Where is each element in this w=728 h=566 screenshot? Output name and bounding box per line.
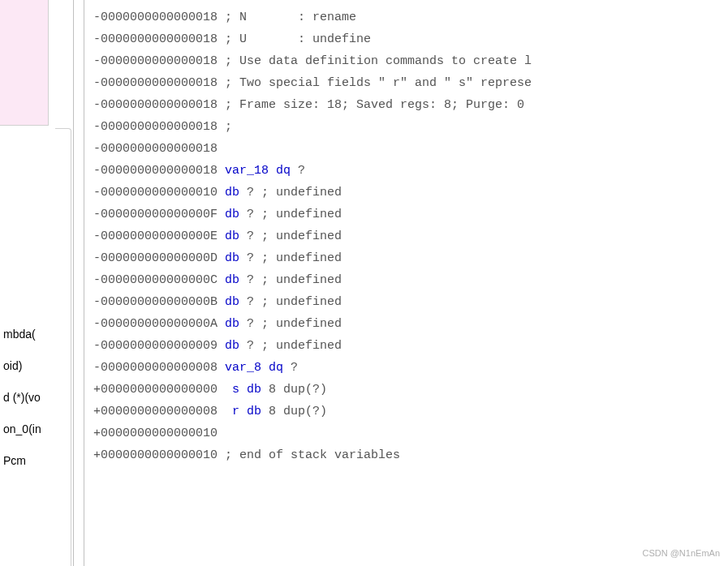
code-line[interactable]: -0000000000000018 ; Frame size: 18; Save… [93,94,728,116]
code-line[interactable]: +0000000000000010 [93,422,728,444]
code-line[interactable]: -0000000000000018 ; Use data definition … [93,50,728,72]
code-line[interactable]: -0000000000000018 ; N : rename [93,6,728,28]
func-item[interactable]: oid) [0,356,55,375]
disassembly-view[interactable]: -0000000000000018 ; N : rename-000000000… [93,6,728,466]
code-line[interactable]: -000000000000000A db ? ; undefined [93,313,728,335]
func-item[interactable]: mbda( [0,324,55,344]
code-line[interactable]: +0000000000000010 ; end of stack variabl… [93,444,728,466]
left-panel-highlight [0,0,49,126]
code-line[interactable]: -0000000000000010 db ? ; undefined [93,182,728,204]
code-line[interactable]: +0000000000000008 r db 8 dup(?) [93,401,728,422]
code-line[interactable]: -000000000000000C db ? ; undefined [93,269,728,291]
code-line[interactable]: -0000000000000018 var_18 dq ? [93,160,728,182]
code-line[interactable]: -0000000000000008 var_8 dq ? [93,357,728,379]
left-panel: mbda( oid) d (*)(vo on_0(in Pcm [0,0,55,566]
code-line[interactable]: -0000000000000018 ; U : undefine [93,28,728,50]
left-panel-border [55,128,71,566]
code-line[interactable]: -000000000000000E db ? ; undefined [93,225,728,247]
code-line[interactable]: -000000000000000B db ? ; undefined [93,291,728,313]
code-line[interactable]: -0000000000000018 ; [93,116,728,138]
code-line[interactable]: -0000000000000018 ; Two special fields "… [93,72,728,94]
separator-1 [73,0,74,566]
code-line[interactable]: +0000000000000000 s db 8 dup(?) [93,379,728,401]
code-line[interactable]: -000000000000000D db ? ; undefined [93,247,728,269]
left-panel-items: mbda( oid) d (*)(vo on_0(in Pcm [0,324,55,482]
separator-2 [84,0,84,566]
code-line[interactable]: -000000000000000F db ? ; undefined [93,204,728,225]
code-line[interactable]: -0000000000000018 [93,138,728,160]
func-item[interactable]: d (*)(vo [0,388,55,407]
func-item[interactable]: Pcm [0,451,55,470]
watermark: CSDN @N1nEmAn [642,548,720,558]
code-line[interactable]: -0000000000000009 db ? ; undefined [93,335,728,357]
func-item[interactable]: on_0(in [0,419,55,439]
